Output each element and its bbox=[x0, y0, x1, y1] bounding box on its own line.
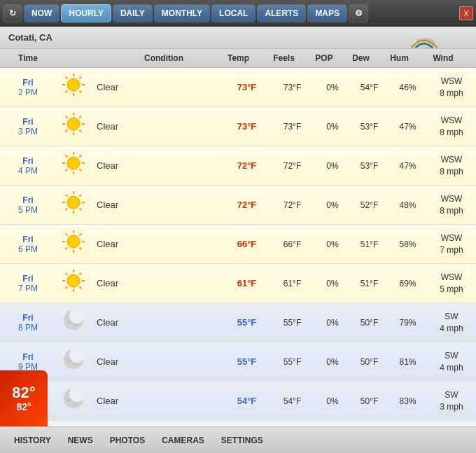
settings-nav-button[interactable]: SETTINGS bbox=[213, 433, 272, 448]
wind-cell: WSW7 mph bbox=[427, 232, 476, 256]
svg-line-17 bbox=[66, 116, 68, 118]
svg-point-65 bbox=[69, 386, 85, 402]
svg-line-31 bbox=[80, 209, 82, 211]
location-bar: Cotati, CA bbox=[0, 27, 476, 49]
condition-cell: Clear bbox=[91, 396, 224, 406]
svg-point-61 bbox=[69, 347, 85, 363]
pop-cell: 0% bbox=[315, 396, 350, 406]
svg-point-57 bbox=[69, 308, 85, 323]
header-temp: Temp bbox=[216, 52, 261, 64]
local-button[interactable]: LOCAL bbox=[211, 4, 255, 22]
temp-cell: 54°F bbox=[224, 396, 270, 406]
feels-cell: 54°F bbox=[270, 396, 315, 406]
wind-cell: WSW8 mph bbox=[427, 76, 476, 99]
pop-cell: 0% bbox=[315, 83, 350, 92]
time-cell: Fri 5 PM bbox=[0, 193, 56, 218]
bottom-bar: HISTORY NEWS PHOTOS CAMERAS SETTINGS bbox=[0, 426, 476, 453]
hourly-button[interactable]: HOURLY bbox=[61, 4, 111, 22]
pop-cell: 0% bbox=[315, 200, 350, 210]
settings-button[interactable]: ⚙ bbox=[349, 4, 368, 22]
close-button[interactable]: X bbox=[459, 6, 473, 20]
svg-line-24 bbox=[66, 169, 68, 172]
temp-cell: 55°F bbox=[224, 356, 270, 367]
time-cell: Fri 3 PM bbox=[0, 114, 56, 139]
condition-cell: Clear bbox=[91, 278, 224, 288]
monthly-button[interactable]: MONTHLY bbox=[154, 4, 210, 22]
dew-cell: 50°F bbox=[350, 357, 388, 367]
refresh-button[interactable]: ↻ bbox=[3, 4, 22, 22]
hum-cell: 47% bbox=[388, 122, 427, 132]
wind-cell: WSW8 mph bbox=[427, 154, 476, 178]
svg-line-28 bbox=[80, 155, 82, 158]
news-button[interactable]: NEWS bbox=[59, 433, 102, 448]
temp-cell: 66°F bbox=[224, 239, 270, 249]
dew-cell: 53°F bbox=[350, 122, 388, 132]
svg-line-40 bbox=[80, 248, 82, 250]
svg-line-13 bbox=[80, 130, 82, 132]
maps-button[interactable]: MAPS bbox=[307, 4, 347, 22]
svg-line-26 bbox=[66, 155, 68, 158]
main-content: Time Condition Temp Feels POP Dew Hum Wi… bbox=[0, 49, 476, 426]
table-row: Fri 4 PM Clear 72°F 72°F 0% 53°F 47% WSW… bbox=[0, 146, 476, 186]
svg-line-4 bbox=[80, 91, 82, 93]
table-header: Time Condition Temp Feels POP Dew Hum Wi… bbox=[0, 49, 476, 68]
alerts-button[interactable]: ALERTS bbox=[257, 4, 306, 22]
table-row: Fri 5 PM Clear 72°F 72°F 0% 52°F 48% WSW… bbox=[0, 186, 476, 225]
feels-cell: 55°F bbox=[270, 318, 315, 328]
pop-cell: 0% bbox=[315, 279, 350, 288]
svg-line-15 bbox=[66, 130, 68, 132]
hum-cell: 47% bbox=[388, 161, 427, 171]
hum-cell: 46% bbox=[388, 83, 427, 92]
dew-cell: 52°F bbox=[350, 200, 388, 210]
weather-icon bbox=[56, 71, 91, 103]
condition-cell: Clear bbox=[91, 317, 224, 328]
dew-cell: 50°F bbox=[350, 318, 388, 328]
photos-button[interactable]: PHOTOS bbox=[102, 433, 153, 448]
svg-line-53 bbox=[66, 273, 68, 275]
svg-line-51 bbox=[66, 287, 68, 289]
history-button[interactable]: HISTORY bbox=[6, 433, 59, 448]
hum-cell: 58% bbox=[388, 239, 427, 249]
feels-cell: 55°F bbox=[270, 357, 315, 367]
weather-table: Fri 2 PM Clear 73°F 73°F 0% 54°F 46% WSW… bbox=[0, 68, 476, 426]
table-row: Fri 6 PM Clear 66°F 66°F 0% 51°F 58% WSW… bbox=[0, 225, 476, 264]
dew-cell: 53°F bbox=[350, 161, 388, 171]
temp-cell: 61°F bbox=[224, 278, 270, 288]
weather-icon bbox=[56, 228, 91, 260]
cameras-button[interactable]: CAMERAS bbox=[153, 433, 213, 448]
weather-icon bbox=[56, 385, 91, 417]
weather-icon bbox=[56, 111, 91, 142]
svg-line-35 bbox=[66, 195, 68, 197]
header-pop: POP bbox=[307, 52, 342, 64]
condition-cell: Clear bbox=[91, 121, 224, 132]
pop-cell: 0% bbox=[315, 239, 350, 249]
svg-point-62 bbox=[67, 359, 71, 363]
svg-point-59 bbox=[74, 323, 77, 326]
svg-line-55 bbox=[80, 273, 82, 275]
table-row: Fri 8 PM Clear 55°F 55°F 0% 50°F 79% SW4… bbox=[0, 303, 476, 342]
header-wind: Wind bbox=[419, 52, 468, 64]
svg-line-33 bbox=[66, 209, 68, 211]
svg-point-63 bbox=[74, 363, 77, 365]
feels-cell: 72°F bbox=[270, 161, 315, 171]
svg-line-22 bbox=[80, 169, 82, 172]
table-row: Fri 9 PM Clear 55°F 55°F 0% 50°F 81% SW4… bbox=[0, 342, 476, 382]
svg-point-11 bbox=[67, 118, 80, 130]
weather-icon bbox=[56, 189, 91, 221]
pop-cell: 0% bbox=[315, 357, 350, 367]
hum-cell: 83% bbox=[388, 396, 427, 406]
weather-icon bbox=[56, 346, 91, 377]
daily-button[interactable]: DAILY bbox=[113, 4, 153, 22]
weather-icon bbox=[56, 150, 91, 181]
header-condition: Condition bbox=[112, 52, 216, 64]
now-button[interactable]: NOW bbox=[24, 4, 59, 22]
time-cell: Fri 6 PM bbox=[0, 232, 56, 257]
pop-cell: 0% bbox=[315, 161, 350, 171]
svg-point-2 bbox=[67, 78, 80, 91]
dew-cell: 54°F bbox=[350, 83, 388, 92]
hum-cell: 79% bbox=[388, 318, 427, 328]
temp-overlay: 82° 82° bbox=[0, 370, 48, 426]
dew-cell: 51°F bbox=[350, 239, 388, 249]
svg-line-37 bbox=[80, 195, 82, 197]
wind-cell: SW3 mph bbox=[427, 389, 476, 413]
